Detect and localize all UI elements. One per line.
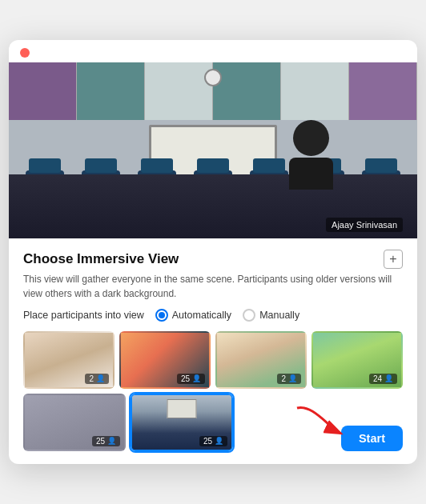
count-6: 25 <box>203 437 212 446</box>
thumbnail-grid-row1: 2 👤 25 👤 2 👤 24 👤 <box>23 331 403 389</box>
radio-group: Automatically Manually <box>155 309 299 322</box>
thumbnail-living-room[interactable]: 2 👤 <box>23 331 115 389</box>
person-icon-5: 👤 <box>107 437 116 445</box>
participant-count-6: 25 👤 <box>199 436 227 446</box>
place-row: Place participants into view Automatical… <box>23 309 403 322</box>
person-icon-6: 👤 <box>215 437 223 445</box>
person-icon-2: 👤 <box>192 374 201 382</box>
participant-name-tag: Ajaay Srinivasan <box>326 218 403 232</box>
cabinet-5 <box>281 62 349 122</box>
title-bar <box>9 40 417 62</box>
person-icon-1: 👤 <box>96 374 105 382</box>
classroom-background <box>9 62 417 238</box>
count-5: 25 <box>96 437 105 446</box>
person-icon-4: 👤 <box>384 374 393 382</box>
participant-count-1: 2 👤 <box>85 374 109 384</box>
section-description: This view will gather everyone in the sa… <box>23 273 403 301</box>
participant-count-3: 2 👤 <box>277 374 301 384</box>
count-2: 25 <box>181 374 190 383</box>
radio-auto-circle <box>155 309 168 322</box>
thumbnail-blurry[interactable]: 25 👤 <box>23 394 126 451</box>
thumbnail-grid-row2: 25 👤 25 👤 <box>23 394 233 451</box>
section-header: Choose Immersive View + <box>23 250 403 269</box>
radio-manual-circle <box>243 309 255 322</box>
thumbnail-colorful-classroom[interactable]: 25 👤 <box>119 331 211 389</box>
dialog-content: Choose Immersive View + This view will g… <box>9 238 417 464</box>
cabinet-3 <box>145 62 213 122</box>
radio-auto-label: Automatically <box>172 310 231 321</box>
cabinet-2 <box>77 62 145 122</box>
cabinet-4 <box>213 62 281 122</box>
radio-manually[interactable]: Manually <box>243 309 299 322</box>
count-4: 24 <box>373 374 382 383</box>
thumbnail-outdoor[interactable]: 24 👤 <box>311 331 403 389</box>
clock <box>204 69 222 86</box>
participant-count-2: 25 👤 <box>177 374 205 384</box>
thumbnail-classroom[interactable]: 25 👤 <box>131 394 233 451</box>
place-label: Place participants into view <box>23 310 144 321</box>
radio-automatically[interactable]: Automatically <box>155 309 231 322</box>
participant-count-4: 24 👤 <box>369 374 397 384</box>
thumbnail-shelf[interactable]: 2 👤 <box>215 331 307 389</box>
person-body <box>289 158 333 190</box>
cabinet-1 <box>9 62 77 122</box>
close-button[interactable] <box>20 48 30 58</box>
radio-manual-label: Manually <box>259 310 299 321</box>
hero-preview: Ajaay Srinivasan <box>9 62 417 238</box>
add-button[interactable]: + <box>384 250 403 269</box>
arrow-icon <box>289 400 353 448</box>
person-icon-3: 👤 <box>288 374 297 382</box>
participant-count-5: 25 👤 <box>92 436 120 446</box>
start-area: Start <box>341 426 403 451</box>
count-3: 2 <box>281 374 286 383</box>
section-title: Choose Immersive View <box>23 251 179 267</box>
person-silhouette <box>285 120 337 184</box>
count-1: 2 <box>89 374 94 383</box>
immersive-view-dialog: Ajaay Srinivasan Choose Immersive View +… <box>9 40 417 464</box>
cabinet-6 <box>349 62 417 122</box>
person-head <box>293 120 329 156</box>
